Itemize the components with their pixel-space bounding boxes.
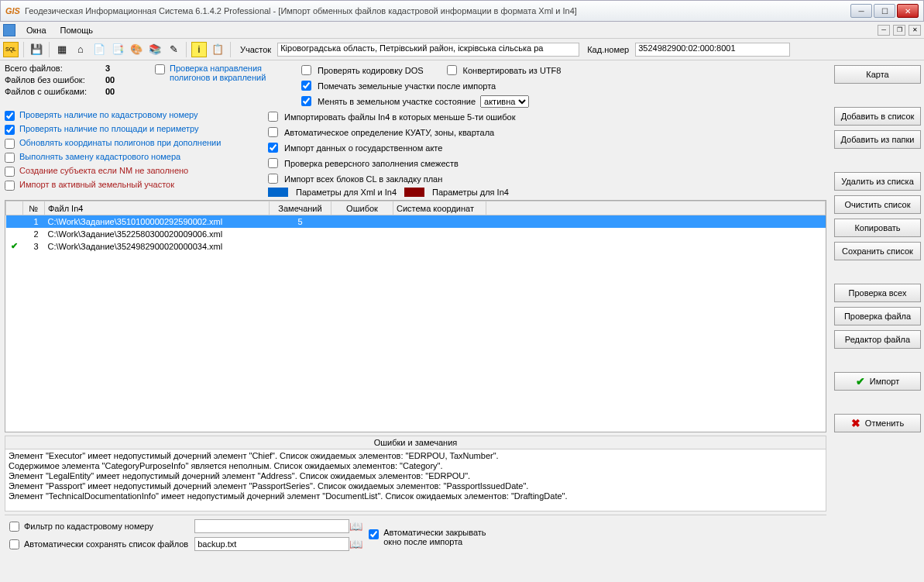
- check-polygon-label: Проверка направления полигонов и вкрапле…: [170, 64, 286, 82]
- stat-total-label: Всего файлов:: [5, 64, 105, 73]
- check-auto-kuatu[interactable]: [268, 127, 278, 137]
- tool-edit-icon[interactable]: ✎: [166, 42, 181, 57]
- col-num[interactable]: №: [23, 201, 45, 215]
- autosave-label: Автоматически сохранять список файлов: [24, 539, 188, 549]
- btn-add-folder[interactable]: Добавить из папки: [834, 130, 921, 149]
- autosave-input[interactable]: [194, 537, 349, 551]
- btn-import[interactable]: ✔Импорт: [834, 372, 921, 391]
- check-utf8-label: Конвертировать из UTF8: [463, 66, 562, 75]
- btn-remove[interactable]: Удалить из списка: [834, 172, 921, 191]
- check-state[interactable]: [301, 96, 311, 106]
- check-filter-cad[interactable]: [9, 522, 19, 532]
- filter-label: Фильтр по кадастровому номеру: [24, 522, 153, 531]
- tool-doc-icon[interactable]: 📄: [91, 42, 107, 57]
- btn-save[interactable]: Сохранить список: [834, 242, 921, 260]
- check-reverse[interactable]: [268, 158, 278, 168]
- check-state-act[interactable]: [268, 143, 278, 153]
- state-select[interactable]: активна: [480, 95, 529, 108]
- check-import-5err[interactable]: [268, 112, 278, 122]
- mdi-icon: [3, 24, 15, 36]
- tool-sql-icon[interactable]: SQL: [3, 42, 19, 57]
- tool-layers-icon[interactable]: 📚: [147, 42, 163, 57]
- check-import-5err-label: Импортировать файлы In4 в которых меньше…: [284, 112, 515, 122]
- check-mark[interactable]: [301, 81, 311, 91]
- check-polygon[interactable]: [155, 64, 165, 74]
- col-cs[interactable]: Система координат: [393, 201, 486, 215]
- check-dos-label: Проверять кодировку DOS: [318, 66, 424, 75]
- check-state-label: Менять в земельном участке состояние: [318, 97, 476, 106]
- check-autosave[interactable]: [9, 539, 19, 549]
- files-grid[interactable]: № Файл In4 Замечаний Ошибок Система коор…: [5, 200, 826, 432]
- btn-map[interactable]: Карта: [834, 65, 921, 84]
- close-button[interactable]: ✕: [897, 4, 919, 18]
- error-line: Содержимое элемента "CategoryPurposeInfo…: [9, 461, 823, 471]
- parcel-input[interactable]: Кіровоградська область, Петрівський райо…: [277, 43, 579, 57]
- tool-docs-icon[interactable]: 📑: [110, 42, 125, 57]
- maximize-button[interactable]: ☐: [874, 4, 895, 18]
- tool-home-icon[interactable]: ⌂: [73, 42, 88, 57]
- btn-add-list[interactable]: Добавить в список: [834, 107, 921, 126]
- legend-xml-label: Параметры для Xml и In4: [296, 188, 397, 197]
- check-create-subj-label: Создание субъекта если NM не заполнено: [19, 166, 188, 175]
- btn-copy[interactable]: Копировать: [834, 219, 921, 237]
- check-replace-cad[interactable]: [5, 153, 15, 163]
- errors-body[interactable]: Элемент "Executor" имеет недопустимый до…: [5, 449, 826, 511]
- check-reverse-label: Проверка реверсного заполнения смежеств: [284, 159, 459, 168]
- error-line: Элемент "TechnicalDocumentationInfo" име…: [9, 491, 823, 501]
- tool-save-icon[interactable]: 💾: [29, 42, 44, 57]
- mdi-minimize-button[interactable]: ─: [878, 25, 890, 36]
- table-row[interactable]: 1C:\Work\Задание\3510100000292590002.xml…: [6, 215, 826, 228]
- check-updcoord[interactable]: [5, 139, 15, 149]
- btn-edit-file[interactable]: Редактор файла: [834, 330, 921, 349]
- check-utf8[interactable]: [447, 65, 457, 75]
- x-icon: ✖: [851, 418, 860, 429]
- btn-check-all[interactable]: Проверка всех: [834, 284, 921, 302]
- check-dos[interactable]: [301, 65, 311, 75]
- check-cl-plan-label: Импорт всех блоков CL в закладку план: [284, 174, 442, 184]
- check-cl-plan[interactable]: [268, 174, 278, 184]
- mdi-restore-button[interactable]: ❐: [893, 25, 905, 36]
- book-icon[interactable]: 📖: [349, 520, 362, 532]
- tool-log-icon[interactable]: 📋: [210, 42, 225, 57]
- stat-err-label: Файлов с ошибками:: [5, 87, 105, 96]
- check-create-subj[interactable]: [5, 167, 15, 177]
- table-row[interactable]: 2C:\Work\Задание\3522580300020009006.xml: [6, 228, 826, 240]
- check-area-label: Проверять наличие по площади и периметру: [19, 124, 198, 133]
- check-mark-label: Помечать земельные участки после импорта: [318, 81, 496, 91]
- error-line: Элемент "Executor" имеет недопустимый до…: [9, 451, 823, 461]
- check-active-parcel[interactable]: [5, 181, 15, 191]
- legend-in4-swatch: [404, 188, 424, 197]
- window-title: Геодезическая Информационная Система 6.1…: [25, 6, 850, 15]
- btn-check-file[interactable]: Проверка файла: [834, 307, 921, 325]
- check-auto-kuatu-label: Автоматическое определение КУАТУ, зоны, …: [284, 128, 494, 137]
- col-file[interactable]: Файл In4: [45, 201, 270, 215]
- filter-input[interactable]: [194, 519, 349, 533]
- stat-err-val: 00: [105, 87, 124, 96]
- check-cadnum[interactable]: [5, 111, 15, 121]
- tool-palette-icon[interactable]: 🎨: [129, 42, 144, 57]
- error-line: Элемент "LegalEntity" имеет недопустимый…: [9, 471, 823, 481]
- error-line: Элемент "Passport" имеет недопустимый до…: [9, 481, 823, 491]
- cad-input[interactable]: 3524982900:02:000:8001: [635, 43, 790, 57]
- title-bar: GIS Геодезическая Информационная Система…: [0, 0, 924, 22]
- legend-in4-label: Параметры для In4: [432, 188, 509, 197]
- table-row[interactable]: ✔ 3C:\Work\Задание\3524982900020000034.x…: [6, 240, 826, 253]
- autoclose-label: Автоматически закрывать окно после импор…: [383, 528, 500, 546]
- col-err[interactable]: Ошибок: [331, 201, 393, 215]
- minimize-button[interactable]: ─: [850, 4, 872, 18]
- menu-help[interactable]: Помощь: [54, 24, 100, 36]
- btn-cancel[interactable]: ✖Отменить: [834, 414, 921, 432]
- btn-clear[interactable]: Очистить список: [834, 195, 921, 214]
- check-state-act-label: Импорт данных о государственном акте: [284, 143, 442, 153]
- check-autoclose[interactable]: [369, 529, 379, 539]
- tool-grid-icon[interactable]: ▦: [54, 42, 70, 57]
- mdi-close-button[interactable]: ✕: [909, 25, 921, 36]
- tool-info-icon[interactable]: i: [191, 42, 207, 57]
- col-notes[interactable]: Замечаний: [270, 201, 331, 215]
- check-icon: ✔: [856, 376, 865, 387]
- book-icon-2[interactable]: 📖: [349, 538, 362, 550]
- menu-okna[interactable]: Окна: [20, 24, 53, 36]
- check-area[interactable]: [5, 125, 15, 135]
- bottom-panel: Фильтр по кадастровому номеру Автоматиче…: [5, 515, 826, 555]
- stat-noerr-label: Файлов без ошибок:: [5, 75, 105, 84]
